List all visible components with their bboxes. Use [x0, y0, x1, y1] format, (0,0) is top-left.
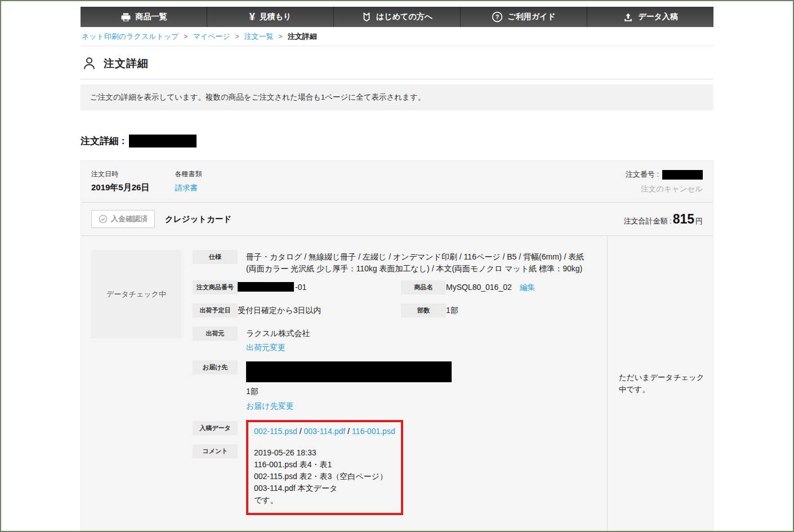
uploaded-file-link[interactable]: 116-001.psd [352, 427, 395, 436]
comment-line: 2019-05-26 18:33 [254, 447, 395, 459]
highlight-red-box: 002-115.psd / 003-114.pdf / 116-001.psd … [246, 420, 403, 515]
nav-item-beginners[interactable]: はじめての方へ [334, 7, 461, 27]
nav-item-label: 商品一覧 [136, 12, 167, 22]
order-total-label: 注文合計金額 : [623, 216, 671, 226]
ship-date-pair: 出荷予定日 受付日確定から3日以内 [193, 303, 401, 318]
page-title: 注文詳細 [104, 56, 149, 71]
nav-item-quote[interactable]: ¥ 見積もり [207, 7, 334, 27]
qty-label-chip: 部数 [401, 303, 446, 318]
ship-date-label-chip: 出荷予定日 [193, 303, 238, 318]
ship-date-qty-row: 出荷予定日 受付日確定から3日以内 部数 1部 [193, 303, 607, 318]
spec-value: 冊子・カタログ / 無線綴じ冊子 / 左綴じ / オンデマンド印刷 / 116ペ… [246, 250, 587, 275]
comment-line: 002-115.psd 表2・表3（空白ページ） [254, 471, 395, 482]
item-number-pair: 注文商品番号 -01 [193, 280, 401, 294]
qty-value: 1部 [446, 303, 458, 316]
nav-item-data-upload[interactable]: データ入稿 [587, 7, 713, 27]
item-number-label-chip: 注文商品番号 [193, 280, 238, 294]
yen-icon: ¥ [249, 12, 255, 22]
comment-line: 116-001.psd 表4・表1 [254, 459, 395, 471]
comment-line: です。 [254, 494, 395, 506]
upload-comment-section: 入稿データ コメント 002-115.psd / 003-114.pdf / 1… [193, 420, 607, 515]
product-edit-link[interactable]: 編集 [520, 283, 536, 292]
delivery-row: お届け先 1部 お届け先変更 [193, 360, 607, 412]
product-name-pair: 商品名 MySQL80_016_02 編集 [401, 280, 536, 294]
item-number-value: -01 [238, 280, 306, 293]
page-title-row: 注文詳細 [81, 46, 713, 79]
comment-text: 2019-05-26 18:33 116-001.psd 表4・表1 002-1… [254, 447, 395, 506]
beginner-mark-icon [362, 12, 372, 23]
status-note-column: ただいまデータチェック中です。 [607, 236, 713, 532]
order-docs-block: 各種書類 請求書 [175, 169, 202, 194]
shipper-value: ラクスル株式会社 [246, 328, 310, 339]
order-cancel-link[interactable]: 注文のキャンセル [641, 184, 703, 194]
redacted-order-number [662, 170, 703, 180]
product-label-chip: 商品名 [401, 280, 446, 294]
user-icon [82, 56, 97, 71]
redacted-delivery-address [246, 361, 452, 382]
nav-item-label: ご利用ガイド [507, 12, 555, 22]
comment-label-chip: コメント [193, 444, 238, 458]
delivery-qty: 1部 [246, 386, 452, 397]
shipper-row: 出荷元 ラクスル株式会社 出荷元変更 [193, 327, 607, 354]
item-number-product-row: 注文商品番号 -01 商品名 MySQL80_016_02 編 [193, 280, 607, 294]
breadcrumb-link-top[interactable]: ネット印刷のラクスルトップ [82, 32, 179, 42]
spec-row: 仕様 冊子・カタログ / 無線綴じ冊子 / 左綴じ / オンデマンド印刷 / 1… [193, 250, 607, 275]
nav-item-products[interactable]: 商品一覧 [81, 7, 207, 27]
order-total-unit: 円 [695, 216, 703, 226]
payment-row: 入金確認済 クレジットカード 注文合計金額 : 815 円 [81, 203, 713, 236]
nav-item-label: データ入稿 [638, 12, 678, 22]
breadcrumb-separator: > [184, 33, 188, 41]
browser-viewport: 商品一覧 ¥ 見積もり はじめての方へ ? ご利用ガイド データ入稿 ネット印刷… [0, 0, 794, 532]
printer-icon [121, 12, 131, 23]
breadcrumb-link-order-list[interactable]: 注文一覧 [244, 32, 274, 42]
order-total: 注文合計金額 : 815 円 [623, 212, 703, 227]
product-name-value: MySQL80_016_02 [446, 283, 512, 292]
product-thumbnail-placeholder: データチェック中 [91, 250, 181, 338]
status-note-text: ただいまデータチェック中です。 [619, 373, 704, 394]
order-section-title-label: 注文詳細 : [81, 135, 124, 147]
delivery-change-link[interactable]: お届け先変更 [246, 400, 294, 412]
file-separator: / [345, 427, 352, 436]
order-header: 注文日時 2019年5月26日 各種書類 請求書 注文番号 : 注文のキャンセル [81, 161, 713, 203]
breadcrumb-link-mypage[interactable]: マイページ [193, 32, 230, 42]
invoice-link[interactable]: 請求書 [175, 183, 198, 193]
qty-pair: 部数 1部 [401, 303, 458, 318]
uploaded-file-link[interactable]: 003-114.pdf [304, 427, 345, 436]
nav-item-label: 見積もり [260, 12, 292, 22]
breadcrumb: ネット印刷のラクスルトップ > マイページ > 注文一覧 > 注文詳細 [81, 27, 713, 46]
comment-line: 003-114.pdf 本文データ [254, 482, 395, 494]
page-description: ご注文の詳細を表示しています。複数の商品をご注文された場合も1ページに全て表示さ… [81, 84, 713, 110]
order-section-title: 注文詳細 : [81, 135, 713, 147]
question-circle-icon: ? [492, 11, 503, 23]
payment-status-badge: 入金確認済 [91, 210, 155, 228]
order-detail-card: 注文日時 2019年5月26日 各種書類 請求書 注文番号 : 注文のキャンセル [81, 160, 713, 532]
shipper-change-link[interactable]: 出荷元変更 [246, 342, 286, 354]
shipper-label-chip: 出荷元 [193, 327, 238, 341]
order-date-value: 2019年5月26日 [91, 182, 149, 193]
order-number-label: 注文番号 : [626, 169, 659, 180]
redacted-item-number [238, 282, 294, 292]
redacted-order-id [129, 135, 197, 147]
payment-method: クレジットカード [165, 214, 231, 225]
payment-status-label: 入金確認済 [111, 214, 148, 224]
spec-label-chip: 仕様 [193, 250, 238, 264]
order-docs-label: 各種書類 [175, 169, 202, 179]
svg-text:?: ? [496, 14, 499, 20]
upload-icon [623, 12, 634, 23]
item-number-suffix: -01 [295, 283, 306, 292]
check-circle-icon [99, 214, 108, 223]
nav-item-guide[interactable]: ? ご利用ガイド [461, 7, 587, 27]
uploaded-file-link[interactable]: 002-115.psd [254, 427, 297, 436]
order-total-amount: 815 [673, 212, 694, 227]
order-date-label: 注文日時 [91, 169, 149, 179]
file-separator: / [297, 427, 304, 436]
thumbnail-status-text: データチェック中 [106, 289, 166, 299]
breadcrumb-separator: > [235, 33, 239, 41]
breadcrumb-separator: > [279, 33, 283, 41]
top-nav: 商品一覧 ¥ 見積もり はじめての方へ ? ご利用ガイド データ入稿 [81, 7, 713, 27]
nav-item-label: はじめての方へ [376, 12, 432, 22]
breadcrumb-current: 注文詳細 [288, 32, 317, 42]
upload-label-chip: 入稿データ [193, 421, 238, 435]
uploaded-files-line: 002-115.psd / 003-114.pdf / 116-001.psd [254, 426, 395, 436]
order-date-block: 注文日時 2019年5月26日 [91, 169, 149, 194]
